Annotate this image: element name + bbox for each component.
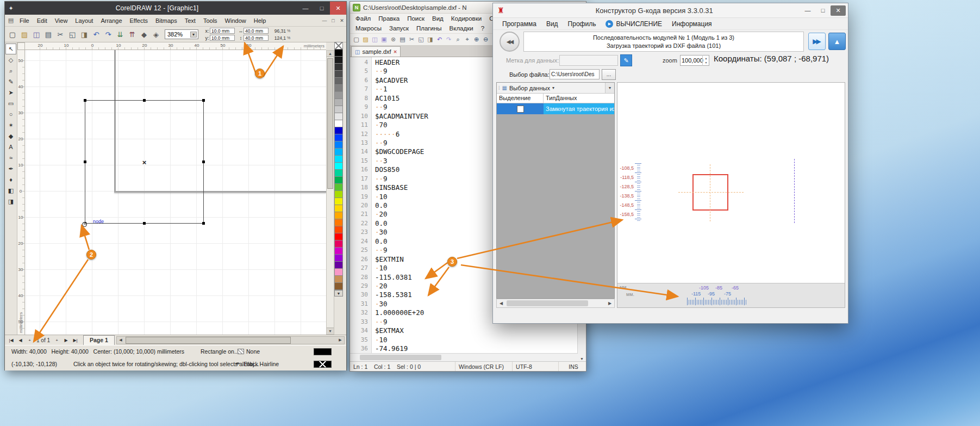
scroll-left-button[interactable]: ◀ [497, 301, 505, 306]
color-swatch[interactable] [334, 91, 343, 99]
selection-handle[interactable] [84, 99, 86, 102]
fast-forward-button[interactable]: ▶▶ [808, 33, 826, 50]
color-swatch[interactable] [334, 282, 343, 290]
basic-shapes-tool[interactable]: ◆ [5, 131, 16, 141]
open-icon[interactable]: ▨ [18, 28, 30, 40]
mdi-restore-button[interactable]: □ [329, 18, 338, 23]
scrollbar-thumb[interactable] [507, 300, 588, 306]
tab-sample-dxf[interactable]: ◫ sample.dxf ✕ [351, 46, 401, 57]
start-button[interactable]: ▲ [828, 33, 846, 50]
selection-handle[interactable] [202, 99, 205, 102]
selection-handle[interactable] [202, 222, 205, 225]
scrollbar-thumb[interactable] [126, 337, 291, 344]
redo-icon[interactable]: ↷ [102, 28, 114, 40]
cd-menu-layout[interactable]: Layout [71, 16, 97, 26]
spin-up-icon[interactable]: ▲ [705, 57, 708, 60]
zoom-out-icon[interactable]: ⊖ [481, 35, 490, 44]
scroll-right-button[interactable]: ▶ [336, 338, 344, 342]
color-swatch[interactable] [334, 148, 343, 156]
gc-menu-0[interactable]: Программа [497, 19, 541, 29]
text-tool[interactable]: A [5, 141, 16, 152]
horizontal-scrollbar[interactable] [124, 337, 336, 344]
zoom-combo[interactable]: 382% ▾ [165, 29, 198, 39]
gc-menu-2[interactable]: Профиль [563, 19, 601, 29]
page-nav-button[interactable]: + [25, 338, 34, 343]
browse-button[interactable]: ... [602, 69, 616, 80]
interactive-fill-tool[interactable]: ◨ [5, 196, 16, 207]
color-swatch[interactable] [334, 84, 343, 92]
color-swatch[interactable] [334, 120, 343, 127]
cd-menu-window[interactable]: Window [221, 16, 250, 26]
close-button[interactable]: ✕ [831, 5, 846, 16]
data-label-input[interactable] [559, 55, 618, 66]
np-menu-item[interactable]: Правка [374, 15, 403, 22]
zoom-in-icon[interactable]: ⊕ [472, 35, 481, 44]
data-select-dropdown[interactable]: ⁞ ▦ Выбор данных ▾ ▾ [497, 83, 614, 94]
np-menu-item[interactable]: ? [477, 24, 488, 32]
np-menu-item[interactable]: Макросы [352, 24, 385, 32]
zoom-spinner-buttons[interactable]: ▲▼ [702, 55, 709, 66]
coreldraw-titlebar[interactable]: ✦ CorelDRAW 12 - [Graphic1] — □ ✕ [5, 2, 346, 15]
ellipse-tool[interactable]: ○ [5, 109, 16, 120]
color-swatch[interactable] [334, 155, 343, 163]
page-nav-button[interactable]: + [52, 338, 61, 343]
close-tab-icon[interactable]: ✕ [394, 50, 397, 54]
object-width-field[interactable]: 40.0 mm [244, 28, 269, 34]
color-swatch[interactable] [334, 56, 343, 64]
scrollbar-thumb[interactable] [360, 355, 441, 360]
close-button[interactable]: ✕ [330, 2, 346, 15]
page-nav-button[interactable]: ▶ [61, 338, 71, 343]
color-swatch[interactable] [334, 183, 343, 191]
rewind-button[interactable]: ◀◀ [500, 32, 520, 52]
color-swatch[interactable] [334, 190, 343, 198]
cd-menu-arrange[interactable]: Arrange [97, 16, 126, 26]
scroll-down-button[interactable]: ▼ [327, 328, 334, 334]
color-swatch[interactable] [334, 275, 343, 283]
no-color-swatch[interactable] [334, 42, 343, 50]
save-icon[interactable]: ◫ [30, 28, 42, 40]
selection-handle[interactable] [143, 222, 146, 225]
minimize-button[interactable]: — [800, 5, 815, 16]
tab-page-1[interactable]: Page 1 [83, 335, 115, 345]
replace-icon[interactable]: ⌖ [463, 35, 472, 44]
spin-down-icon[interactable]: ▼ [705, 61, 708, 64]
eyedropper-tool[interactable]: ✒ [5, 163, 16, 174]
cd-menu-tools[interactable]: Tools [199, 16, 221, 26]
page-nav-button[interactable]: ◀ [16, 338, 25, 343]
np-menu-item[interactable]: Файл [352, 15, 374, 22]
color-swatch[interactable] [334, 70, 343, 78]
print-icon[interactable]: ▤ [42, 28, 54, 40]
export-icon[interactable]: ⇈ [126, 28, 138, 40]
selection-handle[interactable] [143, 99, 146, 102]
polygon-tool[interactable]: ✶ [5, 120, 16, 131]
selection-checkbox[interactable] [517, 106, 524, 113]
maximize-button[interactable]: □ [815, 5, 831, 16]
scroll-up-button[interactable]: ▲ [327, 51, 334, 57]
np-menu-item[interactable]: Плагины [413, 24, 446, 32]
undo-icon[interactable]: ↶ [90, 28, 102, 40]
scroll-left-button[interactable]: ◀ [117, 338, 124, 342]
selection-handle[interactable] [84, 160, 86, 163]
freehand-tool[interactable]: ✎ [5, 76, 16, 87]
color-swatch[interactable] [334, 98, 343, 106]
color-swatch[interactable] [334, 176, 343, 184]
color-swatch[interactable] [334, 49, 343, 57]
color-swatch[interactable] [334, 77, 343, 85]
gc-menu-4[interactable]: Информация [667, 19, 716, 29]
color-swatch[interactable] [334, 63, 343, 71]
minimize-button[interactable]: — [297, 2, 314, 15]
color-swatch[interactable] [334, 127, 343, 134]
paste-icon[interactable]: ◨ [426, 35, 435, 44]
color-swatch[interactable] [334, 247, 343, 255]
horizontal-ruler[interactable]: 20100102030405060 millimeters [25, 42, 326, 50]
pick-tool[interactable]: ↖ [5, 44, 16, 54]
mdi-minimize-button[interactable]: — [320, 18, 329, 23]
color-swatch[interactable] [334, 254, 343, 262]
outline-tool[interactable]: ♦ [5, 174, 16, 185]
paste-icon[interactable]: ◨ [78, 28, 90, 40]
scale-y-field[interactable]: 124,1 [272, 35, 286, 41]
horizontal-scrollbar[interactable] [350, 353, 578, 361]
vertical-ruler[interactable]: 504030201001020304050 millimeters [17, 50, 25, 335]
save-icon[interactable]: ◫ [370, 35, 379, 44]
cd-menu-help[interactable]: Help [250, 16, 270, 26]
